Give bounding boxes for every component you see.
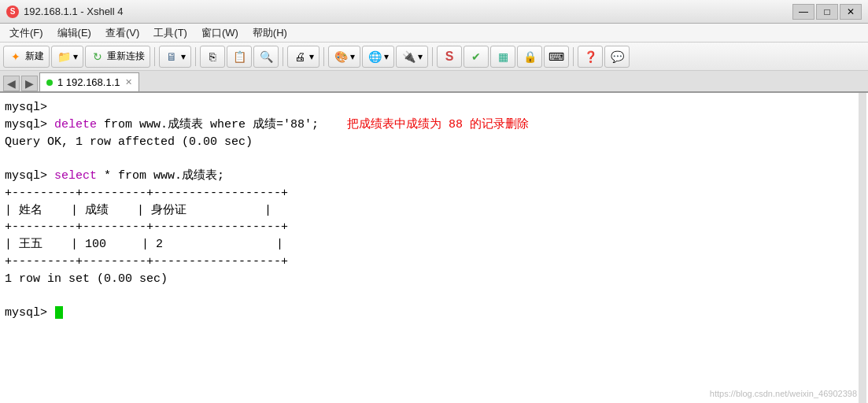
menu-tools[interactable]: 工具(T) xyxy=(147,24,194,42)
cmd-condition: 成绩='88'; xyxy=(253,118,347,131)
grid-icon: ▦ xyxy=(496,50,510,64)
tab-close-button[interactable]: ✕ xyxy=(125,77,132,87)
cmd-from: from xyxy=(104,118,139,131)
cmd-star: * xyxy=(104,169,118,183)
terminal-line: 1 row in set (0.00 sec) xyxy=(5,271,863,288)
toolbar: ✦ 新建 📁 ▾ ↻ 重新连接 🖥 ▾ ⎘ 📋 🔍 🖨 ▾ 🎨 ▾ 🌐 ▾ 🔌 … xyxy=(0,43,868,71)
cmd-from2: from xyxy=(118,169,153,183)
lock-icon: 🔒 xyxy=(523,50,537,64)
plugin-button[interactable]: 🔌 ▾ xyxy=(396,46,428,68)
tab-label: 1 192.168.1.1 xyxy=(57,76,120,88)
menu-file[interactable]: 文件(F) xyxy=(3,24,50,42)
copy-button[interactable]: ⎘ xyxy=(200,46,225,68)
session-dropdown: ▾ xyxy=(181,51,186,62)
new-button[interactable]: ✦ 新建 xyxy=(3,46,50,68)
terminal-line-cursor: mysql> xyxy=(5,305,863,322)
prompt: mysql> xyxy=(5,169,54,183)
terminal-line: +---------+---------+------------------+ xyxy=(5,185,863,202)
find-button[interactable]: 🔍 xyxy=(253,46,279,68)
tab-status-dot xyxy=(46,79,53,86)
menu-window[interactable]: 窗口(W) xyxy=(195,24,245,42)
cmd-table2: www.成绩表; xyxy=(153,169,224,183)
terminal-line: +---------+---------+------------------+ xyxy=(5,253,863,271)
plugin-icon: 🔌 xyxy=(401,50,416,64)
menu-view[interactable]: 查看(V) xyxy=(99,24,146,42)
theme-dropdown: ▾ xyxy=(350,51,355,62)
print-icon: 🖨 xyxy=(293,50,307,64)
folder-icon: 📁 xyxy=(57,50,71,64)
keyword-select: select xyxy=(54,169,104,183)
prompt-final: mysql> xyxy=(5,306,54,320)
terminal-line: mysql> xyxy=(5,99,863,116)
terminal-line: Query OK, 1 row affected (0.00 sec) xyxy=(5,134,863,151)
grid-button[interactable]: ▦ xyxy=(490,46,515,68)
sep3 xyxy=(283,47,283,66)
paste-button[interactable]: 📋 xyxy=(227,46,252,68)
minimize-button[interactable]: — xyxy=(792,4,814,20)
sep1 xyxy=(154,47,155,66)
world-button[interactable]: 🌐 ▾ xyxy=(362,46,394,68)
new-label: 新建 xyxy=(25,50,44,63)
terminal-line xyxy=(5,150,863,168)
terminal-line: | 姓名 | 成绩 | 身份证 | xyxy=(5,202,863,220)
keyboard-button[interactable]: ⌨ xyxy=(544,46,569,68)
refresh-icon: ↻ xyxy=(90,50,105,64)
theme-button[interactable]: 🎨 ▾ xyxy=(328,46,360,68)
theme-icon: 🎨 xyxy=(334,50,348,64)
print-dropdown: ▾ xyxy=(309,51,314,62)
world-icon: 🌐 xyxy=(368,50,382,64)
terminal-area[interactable]: mysql> mysql> delete from www.成绩表 where … xyxy=(0,93,868,403)
print-button[interactable]: 🖨 ▾ xyxy=(287,46,319,68)
prompt: mysql> xyxy=(5,118,54,131)
cursor xyxy=(55,306,63,319)
menu-bar: 文件(F) 编辑(E) 查看(V) 工具(T) 窗口(W) 帮助(H) xyxy=(0,24,868,43)
terminal-line xyxy=(5,287,863,305)
folder-dropdown: ▾ xyxy=(73,51,78,62)
check-button[interactable]: ✔ xyxy=(464,46,489,68)
terminal-line: mysql> select * from www.成绩表; xyxy=(5,168,863,185)
watermark: https://blog.csdn.net/weixin_46902398 xyxy=(710,389,857,398)
session-icon: 🖥 xyxy=(164,50,179,64)
refresh-button[interactable]: ↻ 重新连接 xyxy=(85,46,150,68)
restore-button[interactable]: □ xyxy=(816,4,838,20)
close-button[interactable]: ✕ xyxy=(840,4,862,20)
menu-help[interactable]: 帮助(H) xyxy=(246,24,294,42)
window-controls: — □ ✕ xyxy=(792,4,862,20)
paste-icon: 📋 xyxy=(232,50,246,64)
terminal-line: mysql> delete from www.成绩表 where 成绩='88'… xyxy=(5,116,863,134)
sep6 xyxy=(573,47,574,66)
chat-button[interactable]: 💬 xyxy=(604,46,630,68)
query-result: Query OK, 1 row affected (0.00 sec) xyxy=(5,135,253,149)
help-icon: ❓ xyxy=(583,50,597,64)
help-button[interactable]: ❓ xyxy=(578,46,603,68)
copy-icon: ⎘ xyxy=(205,50,220,64)
menu-edit[interactable]: 编辑(E) xyxy=(51,24,98,42)
tab-bar: ◀ ▶ 1 192.168.1.1 ✕ xyxy=(0,71,868,93)
cmd-where: where xyxy=(210,118,253,131)
new-icon: ✦ xyxy=(9,50,23,64)
keyboard-icon: ⌨ xyxy=(549,50,563,64)
window-title: 192.168.1.1 - Xshell 4 xyxy=(24,6,123,17)
prompt: mysql> xyxy=(5,101,47,114)
title-bar: S 192.168.1.1 - Xshell 4 — □ ✕ xyxy=(0,0,868,24)
chat-icon: 💬 xyxy=(610,50,624,64)
terminal-line: +---------+---------+------------------+ xyxy=(5,219,863,236)
scrollbar[interactable] xyxy=(859,93,866,403)
s-icon: S xyxy=(442,50,456,64)
world-dropdown: ▾ xyxy=(384,51,389,62)
app-icon: S xyxy=(6,6,19,18)
session-button[interactable]: 🖥 ▾ xyxy=(159,46,191,68)
s-button[interactable]: S xyxy=(437,46,462,68)
folder-button[interactable]: 📁 ▾ xyxy=(51,46,83,68)
check-icon: ✔ xyxy=(469,50,483,64)
find-icon: 🔍 xyxy=(259,50,273,64)
tab-nav-right[interactable]: ▶ xyxy=(21,76,38,91)
session-tab[interactable]: 1 192.168.1.1 ✕ xyxy=(39,72,139,91)
lock-button[interactable]: 🔒 xyxy=(517,46,542,68)
reconnect-label: 重新连接 xyxy=(107,50,145,63)
title-bar-left: S 192.168.1.1 - Xshell 4 xyxy=(6,6,123,18)
tab-nav-left[interactable]: ◀ xyxy=(3,76,20,91)
plugin-dropdown: ▾ xyxy=(418,51,423,62)
sep5 xyxy=(432,47,433,66)
terminal-line: | 王五 | 100 | 2 | xyxy=(5,236,863,253)
